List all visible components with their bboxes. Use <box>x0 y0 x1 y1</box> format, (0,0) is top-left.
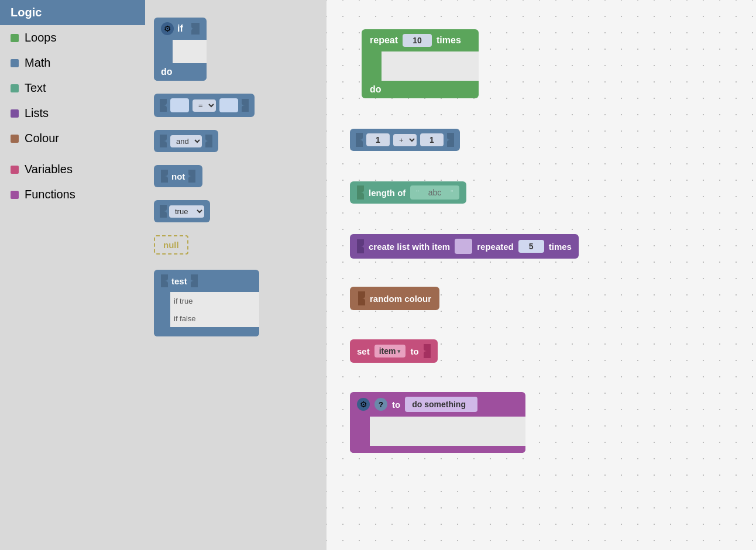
right-notch-icon <box>191 274 198 287</box>
list-times-input[interactable] <box>518 240 544 253</box>
to-label: to <box>410 346 418 356</box>
math-val1-input[interactable] <box>366 133 390 146</box>
right-notch-icon <box>424 344 431 358</box>
and-operator-dropdown[interactable]: andor <box>170 135 202 147</box>
right-notch-icon <box>447 133 454 147</box>
left-notch-icon <box>161 170 168 183</box>
colour-color-dot <box>11 135 19 143</box>
list-times-label: times <box>549 242 572 252</box>
left-notch-icon <box>160 99 167 112</box>
sidebar-item-functions[interactable]: Functions <box>0 182 145 207</box>
true-block[interactable]: truefalse <box>154 200 318 222</box>
variable-dropdown-arrow[interactable]: ▾ <box>397 348 401 355</box>
sidebar-item-label: Colour <box>25 132 59 145</box>
null-label: null <box>163 240 179 250</box>
text-length-block[interactable]: length of " " <box>350 181 466 204</box>
create-list-label: create list with item <box>369 242 450 252</box>
sidebar-item-text[interactable]: Text <box>0 75 145 101</box>
gear-icon: ⚙ <box>357 398 370 411</box>
list-item-input <box>455 239 472 254</box>
do-label: do <box>370 84 382 95</box>
random-colour-label: random colour <box>370 294 431 304</box>
null-block[interactable]: null <box>154 235 318 255</box>
repeated-label: repeated <box>477 242 514 252</box>
math-val2-input[interactable] <box>420 133 444 146</box>
equals-operator-dropdown[interactable]: =≠<> <box>193 99 216 112</box>
set-label: set <box>357 346 370 356</box>
sidebar-item-loops[interactable]: Loops <box>0 25 145 50</box>
create-list-block[interactable]: create list with item repeated times <box>350 234 579 259</box>
lists-color-dot <box>11 109 19 118</box>
blocks-palette: ⚙ if do =≠<> <box>145 0 327 550</box>
repeat-value-input[interactable] <box>403 34 432 47</box>
sidebar-separator <box>0 151 145 157</box>
if-do-block[interactable]: ⚙ if do <box>154 18 318 81</box>
if-true-label: if true <box>174 297 193 305</box>
text-quote-right: " <box>451 188 453 197</box>
sidebar-item-colour[interactable]: Colour <box>0 126 145 151</box>
variable-name: item <box>379 346 396 356</box>
right-notch-icon <box>242 99 249 112</box>
sidebar-item-lists[interactable]: Lists <box>0 101 145 126</box>
left-notch-icon <box>161 274 168 287</box>
text-quote-left: " <box>416 188 419 197</box>
repeat-times-label: times <box>437 35 461 46</box>
sidebar-item-logic[interactable]: Logic <box>0 0 145 25</box>
equals-left-input <box>170 98 189 112</box>
ternary-block[interactable]: test if true if false <box>154 270 318 336</box>
repeat-label: repeat <box>370 35 398 46</box>
text-color-dot <box>11 84 19 92</box>
sidebar-item-variables[interactable]: Variables <box>0 157 145 182</box>
text-value-input[interactable] <box>420 188 449 197</box>
sidebar-item-math[interactable]: Math <box>0 50 145 75</box>
sidebar-item-label: Text <box>25 81 46 95</box>
do-label: do <box>161 67 173 77</box>
left-notch-icon <box>358 291 365 305</box>
equals-block[interactable]: =≠<> <box>154 94 318 117</box>
canvas: repeat times do +-×÷ <box>327 0 756 550</box>
set-variable-block[interactable]: set item ▾ to <box>350 339 438 363</box>
function-to-label: to <box>392 400 400 410</box>
math-operator-dropdown[interactable]: +-×÷ <box>393 134 417 146</box>
random-colour-block[interactable]: random colour <box>350 287 439 310</box>
test-label: test <box>171 276 187 286</box>
not-label: not <box>171 171 185 181</box>
if-label: if <box>177 23 183 34</box>
gear-icon: ⚙ <box>161 22 174 35</box>
math-color-dot <box>11 59 19 67</box>
sidebar-item-label: Lists <box>25 106 49 120</box>
and-block[interactable]: andor <box>154 130 318 152</box>
equals-right-input <box>219 98 238 112</box>
function-name-input[interactable] <box>412 400 470 409</box>
sidebar-item-label: Logic <box>11 6 42 19</box>
left-notch-icon <box>160 205 167 218</box>
true-dropdown[interactable]: truefalse <box>169 205 204 218</box>
right-notch-icon <box>188 170 195 183</box>
functions-color-dot <box>11 191 19 199</box>
left-notch-icon <box>357 239 364 253</box>
repeat-block[interactable]: repeat times do <box>362 29 479 98</box>
left-notch-icon <box>356 133 363 147</box>
not-block[interactable]: not <box>154 165 318 187</box>
sidebar-item-label: Math <box>25 56 50 70</box>
math-add-block[interactable]: +-×÷ <box>350 129 460 151</box>
length-of-label: length of <box>369 188 406 198</box>
variables-color-dot <box>11 166 19 174</box>
sidebar-item-label: Variables <box>25 163 73 176</box>
right-notch-icon <box>205 135 212 147</box>
left-notch-icon <box>160 135 167 147</box>
question-icon: ? <box>374 398 387 411</box>
left-notch-icon <box>357 185 364 200</box>
loops-color-dot <box>11 34 19 42</box>
sidebar-item-label: Loops <box>25 31 57 44</box>
if-false-label: if false <box>174 314 196 323</box>
function-block[interactable]: ⚙ ? to <box>350 392 525 453</box>
sidebar-item-label: Functions <box>25 188 75 201</box>
if-input-notch <box>189 23 200 35</box>
sidebar: Logic Loops Math Text Lists Colour Varia… <box>0 0 145 550</box>
